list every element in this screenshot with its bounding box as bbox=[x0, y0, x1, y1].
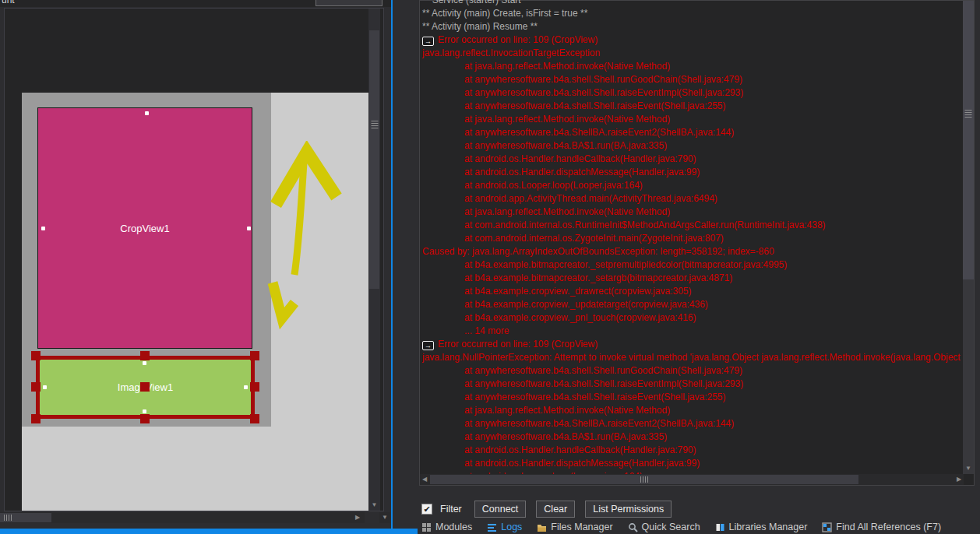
anchor-dot[interactable] bbox=[145, 111, 149, 115]
log-line-error: at anywheresoftware.b4a.shell.Shell.rais… bbox=[422, 391, 963, 404]
designer-vertical-scrollbar[interactable] bbox=[368, 9, 380, 511]
clear-button[interactable]: Clear bbox=[536, 501, 575, 518]
log-line-error: at java.lang.reflect.Method.invoke(Nativ… bbox=[422, 113, 963, 126]
log-line-error: →Error occurred on line: 109 (CropView) bbox=[422, 338, 963, 351]
tab-files-manager[interactable]: Files Manager bbox=[537, 522, 612, 534]
scroll-right-icon[interactable]: ▶ bbox=[352, 512, 363, 523]
log-line-info: ** Activity (main) Resume ** bbox=[422, 20, 963, 33]
selection-handle[interactable] bbox=[31, 351, 41, 360]
filter-label: Filter bbox=[440, 504, 462, 515]
tab-quick-search[interactable]: Quick Search bbox=[628, 522, 700, 534]
cropview-view[interactable]: CropView1 bbox=[37, 107, 252, 349]
selection-handle[interactable] bbox=[250, 414, 259, 423]
layout-panel[interactable]: CropView1 ImageView1 bbox=[22, 93, 271, 427]
tab-label: Libraries Manager bbox=[729, 522, 808, 532]
log-line-error: at b4a.example.cropview._updatetarget(cr… bbox=[422, 298, 963, 311]
cropview-label: CropView1 bbox=[120, 223, 169, 234]
filter-checkbox[interactable]: ✔ bbox=[421, 504, 432, 515]
designer-horizontal-scrollbar[interactable] bbox=[0, 512, 365, 523]
scroll-down-icon[interactable]: ▼ bbox=[368, 500, 380, 511]
log-line-error: java.lang.NullPointerException: Attempt … bbox=[422, 351, 963, 364]
designer-canvas[interactable]: CropView1 ImageView1 bbox=[4, 8, 384, 511]
logs-toolbar: ✔ Filter ConnectClearList Permissions bbox=[421, 499, 980, 519]
log-line-error: at anywheresoftware.b4a.BA$1.run(BA.java… bbox=[422, 430, 963, 444]
log-line-error: at com.android.internal.os.RuntimeInit$M… bbox=[422, 219, 963, 232]
log-line-error: at android.os.Handler.dispatchMessage(Ha… bbox=[422, 457, 963, 470]
log-line-error: at anywheresoftware.b4a.shell.Shell.rais… bbox=[422, 86, 963, 100]
tab-label: Find All References (F7) bbox=[836, 522, 941, 532]
log-line-error: at android.os.Handler.dispatchMessage(Ha… bbox=[422, 166, 963, 179]
log-line-error: at anywheresoftware.b4a.ShellBA.raiseEve… bbox=[422, 126, 963, 139]
log-line-error: at android.os.Looper.loop(Looper.java:16… bbox=[422, 179, 963, 192]
log-line-error: at anywheresoftware.b4a.BA$1.run(BA.java… bbox=[422, 139, 963, 153]
tab-logs[interactable]: Logs bbox=[487, 522, 522, 534]
search-icon bbox=[628, 522, 638, 532]
log-line-error: at b4a.example.cropview._drawrect(cropvi… bbox=[422, 285, 963, 298]
designer-header-partial-text: unt bbox=[2, 0, 15, 5]
scroll-left-icon[interactable]: ◀ bbox=[420, 474, 429, 485]
scrollbar-thumb[interactable] bbox=[369, 30, 379, 289]
log-line-error: at java.lang.reflect.Method.invoke(Nativ… bbox=[422, 206, 963, 219]
log-line-info: ** Activity (main) Create, isFirst = tru… bbox=[422, 7, 963, 20]
scrollbar-thumb[interactable] bbox=[0, 513, 51, 522]
anchor-dot[interactable] bbox=[143, 409, 146, 413]
selection-handle[interactable] bbox=[250, 382, 259, 392]
tab-label: Modules bbox=[435, 522, 472, 532]
log-line-error: Caused by: java.lang.ArrayIndexOutOfBoun… bbox=[422, 245, 963, 258]
tab-label: Logs bbox=[501, 522, 522, 532]
error-arrow-icon: → bbox=[422, 341, 434, 350]
tab-modules[interactable]: Modules bbox=[421, 522, 472, 534]
log-line-error: ... 14 more bbox=[422, 325, 963, 338]
log-line-error: at android.os.Handler.handleCallback(Han… bbox=[422, 153, 963, 166]
tab-libraries-manager[interactable]: Libraries Manager bbox=[715, 522, 808, 534]
anchor-dot[interactable] bbox=[247, 227, 251, 230]
scroll-right-icon[interactable]: ▶ bbox=[954, 474, 964, 485]
libraries-icon bbox=[715, 522, 725, 532]
uncheck-anchors-button[interactable]: Uncheck Anchors bbox=[316, 0, 382, 6]
list-permissions-button[interactable]: List Permissions bbox=[585, 501, 672, 518]
log-line-error: at b4a.example.bitmapcreator._setargb(bi… bbox=[422, 272, 963, 285]
designer-panel: unt Uncheck Anchors CropView1 ImageView1 bbox=[0, 0, 393, 531]
connect-button[interactable]: Connect bbox=[474, 501, 527, 518]
log-line-error: java.lang.reflect.InvocationTargetExcept… bbox=[422, 47, 963, 60]
logs-panel: ** Service (starter) Start **** Activity… bbox=[419, 0, 975, 486]
folder-icon bbox=[537, 522, 547, 532]
anchor-dot[interactable] bbox=[43, 385, 47, 389]
log-line-error: at anywheresoftware.b4a.shell.Shell.runG… bbox=[422, 73, 963, 86]
designer-active-border bbox=[0, 529, 418, 534]
log-line-error: →Error occurred on line: 109 (CropView) bbox=[422, 33, 963, 47]
selection-handle[interactable] bbox=[140, 351, 150, 360]
tab-find-all-references-f7[interactable]: Find All References (F7) bbox=[822, 522, 941, 534]
log-line-error: at b4a.example.bitmapcreator._setpremult… bbox=[422, 258, 963, 272]
logs-horizontal-scrollbar[interactable]: ◀ ▶ bbox=[420, 474, 964, 485]
anchor-dot[interactable] bbox=[41, 227, 45, 230]
log-line-error: at android.os.Handler.handleCallback(Han… bbox=[422, 444, 963, 457]
scrollbar-thumb[interactable] bbox=[963, 1, 974, 279]
anchor-dot[interactable] bbox=[244, 385, 248, 389]
log-line-error: at anywheresoftware.b4a.ShellBA.raiseEve… bbox=[422, 417, 963, 430]
selection-handle[interactable] bbox=[140, 414, 150, 423]
log-line-error: at com.android.internal.os.ZygoteInit.ma… bbox=[422, 232, 963, 245]
selection-handle[interactable] bbox=[31, 382, 41, 392]
log-line-info: ** Service (starter) Start ** bbox=[422, 0, 963, 7]
scrollbar-thumb[interactable] bbox=[430, 475, 858, 484]
logs-vertical-scrollbar[interactable] bbox=[963, 1, 974, 474]
scroll-down-icon[interactable]: ▼ bbox=[379, 512, 390, 523]
scroll-down-icon[interactable]: ▼ bbox=[963, 463, 974, 474]
references-icon bbox=[822, 522, 832, 532]
anchor-dot[interactable] bbox=[143, 361, 146, 365]
selection-handle[interactable] bbox=[250, 351, 259, 360]
designer-header: unt Uncheck Anchors bbox=[0, 0, 391, 7]
log-line-error: at java.lang.reflect.Method.invoke(Nativ… bbox=[422, 404, 963, 417]
bottom-tab-strip: ModulesLogsFiles ManagerQuick SearchLibr… bbox=[421, 522, 980, 534]
error-arrow-icon: → bbox=[422, 37, 434, 46]
log-line-error: at anywheresoftware.b4a.shell.Shell.runG… bbox=[422, 364, 963, 378]
log-line-error: at android.app.ActivityThread.main(Activ… bbox=[422, 192, 963, 206]
logs-icon bbox=[487, 522, 497, 532]
log-line-error: at java.lang.reflect.Method.invoke(Nativ… bbox=[422, 60, 963, 73]
selection-handle[interactable] bbox=[31, 414, 41, 423]
log-output[interactable]: ** Service (starter) Start **** Activity… bbox=[422, 0, 963, 474]
log-line-error: at b4a.example.cropview._pnl_touch(cropv… bbox=[422, 311, 963, 325]
tab-label: Quick Search bbox=[642, 522, 700, 532]
selection-handle[interactable] bbox=[140, 382, 150, 392]
